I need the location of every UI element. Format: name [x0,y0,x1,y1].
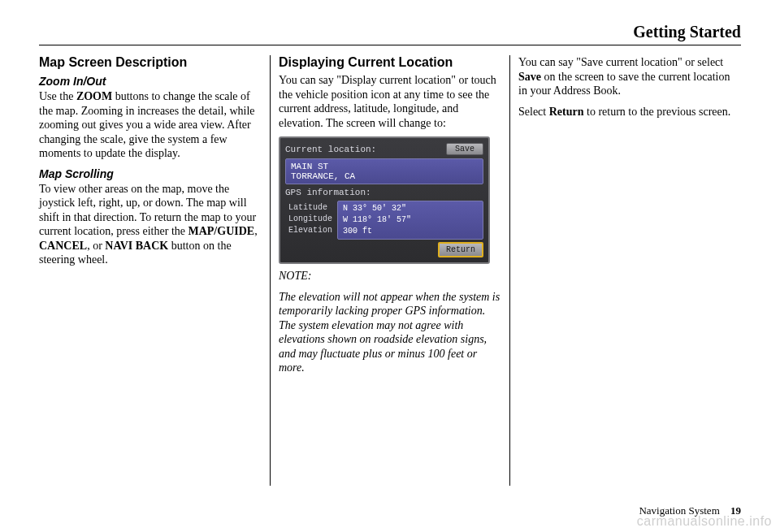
address-panel: MAIN ST TORRANCE, CA [285,158,483,184]
page-footer: Navigation System 19 [639,504,741,517]
column-2: Displaying Current Location You can say … [271,55,510,486]
col3-p1a: You can say "Save current location" or s… [518,56,723,68]
column-1: Map Screen Description Zoom In/Out Use t… [39,55,271,486]
addr-line1: MAIN ST [291,162,478,171]
return-row: Return [285,242,483,257]
scroll-b2: CANCEL [39,240,87,252]
zoom-paragraph: Use the ZOOM buttons to change the scale… [39,89,262,161]
scroll-b1: MAP/GUIDE [188,225,254,237]
note-label: NOTE: [279,269,501,283]
col3-p1b: on the screen to save the current locati… [518,71,730,97]
elev-label: Elevation [288,225,332,236]
save-button[interactable]: Save [446,143,483,155]
scrolling-paragraph: To view other areas on the map, move the… [39,182,262,267]
col3-p1bold: Save [518,71,541,83]
scroll-n: , or [87,240,105,252]
gps-label-row: GPS information: [285,186,483,199]
note-text: The elevation will not appear when the s… [279,290,501,375]
content-columns: Map Screen Description Zoom In/Out Use t… [39,55,741,486]
col3-p2a: Select [518,106,549,118]
col3-para1: You can say "Save current location" or s… [518,55,741,98]
curloc-label: Current location: [285,145,376,154]
lon-value: W 118° 18' 57" [343,214,478,226]
displaying-paragraph: You can say "Display current location" o… [279,73,501,130]
gps-field-values: N 33° 50' 32" W 118° 18' 57" 300 ft [337,201,483,240]
zoom-text-a: Use the [39,90,76,102]
col3-p2bold: Return [549,106,584,118]
scroll-b3: NAVI BACK [105,240,168,252]
gps-panel: Latitude Longitude Elevation N 33° 50' 3… [285,201,483,240]
page-header: Getting Started [39,23,741,45]
addr-line2: TORRANCE, CA [291,171,478,181]
gps-label: GPS information: [285,188,371,197]
lat-value: N 33° 50' 32" [343,203,478,214]
header-title: Getting Started [633,23,741,41]
map-screen-title: Map Screen Description [39,55,262,70]
scrolling-subtitle: Map Scrolling [39,167,262,180]
col3-p2b: to return to the previous screen. [584,106,731,118]
nav-curloc-row: Current location: Save [285,141,483,157]
page-number: 19 [730,504,741,517]
lon-label: Longitude [288,214,332,225]
zoom-subtitle: Zoom In/Out [39,75,262,88]
scroll-m: , [254,225,258,237]
gps-field-labels: Latitude Longitude Elevation [285,201,336,240]
lat-label: Latitude [288,202,332,214]
footer-label: Navigation System [639,504,719,517]
column-3: You can say "Save current location" or s… [510,55,741,486]
zoom-bold: ZOOM [76,90,112,102]
displaying-title: Displaying Current Location [279,55,501,70]
return-button[interactable]: Return [438,242,483,257]
nav-screen-mockup: Current location: Save MAIN ST TORRANCE,… [279,136,490,264]
col3-para2: Select Return to return to the previous … [518,105,741,119]
elev-value: 300 ft [343,226,478,237]
